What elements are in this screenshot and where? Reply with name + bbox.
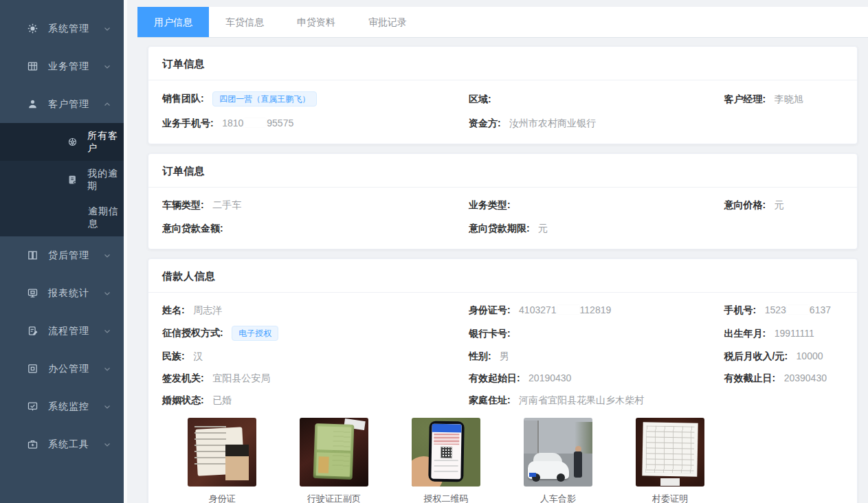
photo-certificate-doc[interactable]: 村委证明: [636, 418, 704, 503]
photo-caption: 授权二维码: [424, 493, 469, 503]
tab-car-loan-info[interactable]: 车贷信息: [209, 7, 280, 37]
field-value: 元: [775, 199, 784, 210]
e-auth-tag[interactable]: 电子授权: [232, 326, 278, 341]
user-icon: [26, 98, 38, 111]
field-value: 周志洋: [193, 304, 222, 315]
sidebar-item-label: 系统监控: [48, 401, 89, 413]
chevron-down-icon: [103, 252, 111, 260]
redaction-box: [557, 305, 579, 314]
sidebar-item-overdue-info[interactable]: 逾期信息: [0, 199, 124, 236]
chevron-down-icon: [103, 327, 111, 335]
sidebar-item-my-overdue[interactable]: 我的逾期: [0, 161, 124, 199]
field-id-number: 身份证号: 4103271112819: [469, 304, 724, 317]
tab-user-info[interactable]: 用户信息: [137, 7, 209, 37]
sidebar-item-system-tools[interactable]: 系统工具: [0, 425, 124, 463]
sidebar-item-business-mgmt[interactable]: 业务管理: [0, 47, 124, 85]
photo-person-with-car[interactable]: 人车合影: [524, 418, 592, 503]
chevron-down-icon: [103, 403, 111, 411]
photo-vehicle-license[interactable]: 行驶证正副页: [300, 418, 368, 503]
field-value: 20390430: [784, 372, 827, 383]
sidebar-item-office-mgmt[interactable]: 办公管理: [0, 350, 124, 388]
field-label: 签发机关:: [162, 372, 204, 383]
paper-grid-lines: [645, 426, 695, 473]
sidebar-item-report-stats[interactable]: 报表统计: [0, 274, 124, 312]
order-info-card: 订单信息 销售团队: 四团一营（直属王鹏飞） 区域: 客户经理: 李晓旭: [148, 46, 858, 144]
sidebar-item-process-mgmt[interactable]: 流程管理: [0, 312, 124, 350]
sidebar-item-system-monitor[interactable]: 系统监控: [0, 388, 124, 425]
field-row: 民族: 汉 性别: 男 税后月收入/元: 10000: [162, 350, 843, 363]
field-bank-card: 银行卡号:: [469, 327, 724, 340]
sidebar-item-label: 逾期信息: [88, 205, 124, 230]
document-thumbnail[interactable]: [636, 418, 704, 487]
field-label: 有效起始日:: [469, 372, 520, 383]
field-label: 银行卡号:: [469, 328, 511, 339]
value-part: 1523: [765, 304, 786, 315]
nested-square-icon: [26, 363, 38, 375]
field-valid-from: 有效起始日: 20190430: [469, 372, 724, 385]
main-content: 用户信息 车贷信息 申贷资料 审批记录 订单信息 销售团队: 四团一营（直属王鹏…: [131, 0, 868, 503]
qr-phone-thumbnail[interactable]: [412, 418, 480, 487]
tab-approval-records[interactable]: 审批记录: [352, 7, 423, 37]
green-booklet: [313, 423, 355, 480]
field-business-type: 业务类型:: [469, 199, 724, 212]
sidebar: 系统管理 业务管理 客户管理 所有客户 我的逾期 逾期信息: [0, 0, 127, 503]
notice-text-block: [434, 434, 459, 445]
id-card-thumbnail[interactable]: [188, 418, 256, 487]
chevron-down-icon: [103, 440, 111, 449]
card-title: 订单信息: [148, 154, 857, 188]
sidebar-item-label: 所有客户: [87, 130, 124, 155]
field-label: 出生年月:: [724, 328, 766, 339]
grid-icon: [26, 60, 38, 73]
field-label: 税后月收入/元:: [724, 350, 788, 361]
field-value: 10000: [797, 350, 823, 361]
field-valid-to: 有效截止日: 20390430: [724, 372, 843, 385]
field-row: 婚姻状态: 已婚 家庭住址: 河南省宜阳县花果山乡木柴村: [162, 394, 843, 407]
field-mobile: 手机号: 15236137: [724, 304, 843, 317]
car-wheel: [557, 473, 565, 482]
field-funder: 资金方: 汝州市农村商业银行: [469, 117, 724, 130]
value-part: 112819: [580, 304, 612, 315]
value-part: 6137: [810, 304, 831, 315]
field-value: 20190430: [528, 372, 571, 383]
person-car-thumbnail[interactable]: [524, 418, 592, 487]
handwritten-paper: [642, 422, 698, 476]
sidebar-item-postloan-mgmt[interactable]: 贷后管理: [0, 236, 124, 274]
field-value: 元: [538, 223, 548, 234]
card-title: 订单信息: [148, 47, 857, 80]
field-sales-team: 销售团队: 四团一营（直属王鹏飞）: [162, 91, 469, 107]
sidebar-item-all-customers[interactable]: 所有客户: [0, 123, 124, 161]
photo-caption: 身份证: [209, 493, 236, 503]
field-label: 意向贷款期限:: [469, 223, 530, 234]
sidebar-item-customer-mgmt[interactable]: 客户管理: [0, 85, 124, 123]
sales-team-tag[interactable]: 四团一营（直属王鹏飞）: [212, 91, 317, 107]
field-intended-loan-amount: 意向贷款金额:: [162, 222, 469, 235]
gear-icon: [26, 23, 38, 35]
field-row: 销售团队: 四团一营（直属王鹏飞） 区域: 客户经理: 李晓旭: [162, 91, 843, 107]
sidebar-item-label: 系统管理: [48, 23, 89, 35]
customer-mgmt-submenu: 所有客户 我的逾期 逾期信息: [0, 123, 124, 236]
vehicle-license-thumbnail[interactable]: [300, 418, 368, 487]
field-label: 业务手机号:: [162, 118, 214, 128]
field-row: 意向贷款金额: 意向贷款期限: 元: [162, 222, 843, 235]
field-label: 民族:: [162, 350, 185, 361]
field-label: 车辆类型:: [162, 199, 204, 210]
field-row: 车辆类型: 二手车 业务类型: 意向价格: 元: [162, 199, 843, 212]
field-label: 性别:: [469, 350, 491, 361]
field-issuing-authority: 签发机关: 宜阳县公安局: [162, 372, 469, 385]
chevron-up-icon: [103, 100, 111, 109]
card-body: 车辆类型: 二手车 业务类型: 意向价格: 元 意向贷款金额:: [148, 188, 857, 249]
field-ethnicity: 民族: 汉: [162, 350, 469, 363]
photo-auth-qr[interactable]: 授权二维码: [412, 418, 480, 503]
wheel-icon: [67, 137, 78, 148]
sidebar-item-system-mgmt[interactable]: 系统管理: [0, 10, 124, 47]
screen-text-lines: [434, 460, 458, 474]
field-credit-auth-method: 征信授权方式: 电子授权: [162, 326, 469, 341]
field-label: 征信授权方式:: [162, 327, 223, 338]
card-title: 借款人信息: [148, 259, 857, 293]
field-marital-status: 婚姻状态: 已婚: [162, 394, 469, 407]
tab-loan-application-docs[interactable]: 申贷资料: [280, 7, 352, 37]
photo-id-card[interactable]: 身份证: [188, 418, 256, 503]
field-account-manager: 客户经理: 李晓旭: [724, 93, 843, 106]
field-label: 客户经理:: [724, 93, 766, 104]
field-label: 意向价格:: [724, 199, 766, 210]
